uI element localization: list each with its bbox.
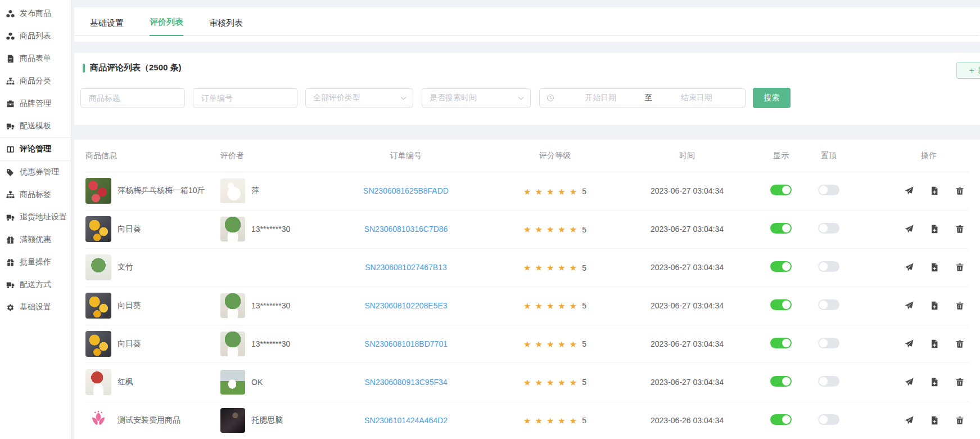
product-name: 向日葵 — [118, 224, 141, 234]
sidebar-item-14[interactable]: 基础设置 — [0, 296, 71, 319]
pin-toggle[interactable] — [818, 414, 839, 425]
file-add-icon[interactable] — [930, 225, 939, 234]
send-icon[interactable] — [905, 301, 914, 310]
sidebar-item-3[interactable]: 商品表单 — [0, 47, 71, 70]
sidebar-item-5[interactable]: 品牌管理 — [0, 92, 71, 115]
order-number-link[interactable]: SN2306081625B8FADD — [363, 186, 449, 195]
sidebar-item-10[interactable]: 退货地址设置 — [0, 206, 71, 229]
send-icon[interactable] — [905, 186, 914, 195]
rating-cell: ★★★★★5 — [496, 301, 614, 310]
rating-value: 5 — [582, 263, 586, 272]
rating-value: 5 — [582, 225, 586, 234]
pin-toggle[interactable] — [818, 376, 839, 387]
search-time-select[interactable]: 是否搜索时间 — [422, 88, 531, 107]
sidebar-item-13[interactable]: 配送方式 — [0, 274, 71, 296]
actions-cell — [856, 301, 969, 310]
review-type-select[interactable]: 全部评价类型 — [305, 88, 413, 107]
file-add-icon[interactable] — [930, 416, 939, 425]
sidebar-item-label: 配送方式 — [20, 280, 51, 290]
pin-cell — [802, 299, 856, 312]
sidebar-item-9[interactable]: 商品标签 — [0, 183, 71, 206]
send-icon[interactable] — [905, 339, 914, 348]
product-image — [85, 369, 111, 395]
sidebar-item-12[interactable]: 批量操作 — [0, 251, 71, 274]
sidebar-item-11[interactable]: 满额优惠 — [0, 229, 71, 251]
pin-toggle[interactable] — [818, 223, 839, 234]
trash-icon[interactable] — [955, 378, 964, 387]
cubes-icon — [6, 32, 15, 41]
tab-2[interactable]: 评价列表 — [150, 17, 183, 36]
sidebar-item-2[interactable]: 商品列表 — [0, 25, 71, 47]
reviews-table: 商品信息评价者订单编号评分等级时间显示置顶操作 萍杨梅乒乓杨梅一箱10斤萍SN2… — [74, 140, 980, 439]
file-add-icon[interactable] — [930, 339, 939, 348]
order-number-link[interactable]: SN23060810316C7D86 — [364, 225, 448, 234]
rating-stars: ★★★★★ — [523, 416, 577, 425]
order-number-link[interactable]: SN2306081027467B13 — [365, 263, 447, 272]
gift-icon — [6, 236, 15, 244]
trash-icon[interactable] — [955, 339, 964, 348]
show-cell — [760, 185, 802, 197]
pin-toggle[interactable] — [818, 299, 839, 310]
sidebar-item-1[interactable]: 发布商品 — [0, 2, 71, 25]
order-number-link[interactable]: SN2306101424A464D2 — [364, 416, 448, 425]
tab-1[interactable]: 基础设置 — [90, 18, 124, 36]
pin-toggle[interactable] — [818, 261, 839, 272]
show-toggle[interactable] — [770, 185, 792, 195]
pin-cell — [802, 414, 856, 427]
show-toggle[interactable] — [770, 299, 792, 310]
show-toggle[interactable] — [770, 414, 792, 425]
send-icon[interactable] — [905, 416, 914, 425]
file-add-icon[interactable] — [930, 186, 939, 195]
tab-3[interactable]: 审核列表 — [209, 18, 243, 36]
show-toggle[interactable] — [770, 338, 792, 348]
sidebar-item-4[interactable]: 商品分类 — [0, 70, 71, 92]
trash-icon[interactable] — [955, 416, 964, 425]
order-number-link[interactable]: SN2306081018BD7701 — [364, 339, 448, 348]
file-add-icon[interactable] — [930, 378, 939, 387]
trash-icon[interactable] — [955, 301, 964, 310]
sidebar: 发布商品商品列表商品表单商品分类品牌管理配送模板评论管理优惠券管理商品标签退货地… — [0, 0, 71, 439]
trash-icon[interactable] — [955, 186, 964, 195]
file-add-icon[interactable] — [930, 301, 939, 310]
start-date-placeholder[interactable]: 开始日期 — [559, 93, 643, 103]
review-time: 2023-06-27 03:04:34 — [651, 186, 724, 195]
pin-toggle[interactable] — [818, 185, 839, 195]
send-icon[interactable] — [905, 378, 914, 387]
show-cell — [760, 223, 802, 235]
reviewer-name: 13*******30 — [251, 301, 290, 310]
sidebar-item-7[interactable]: 评论管理 — [0, 137, 71, 161]
date-range-picker[interactable]: 开始日期 至 结束日期 — [539, 88, 746, 107]
product-name: 向日葵 — [118, 301, 141, 311]
show-toggle[interactable] — [770, 261, 792, 272]
sidebar-item-6[interactable]: 配送模板 — [0, 115, 71, 137]
file-add-icon[interactable] — [930, 263, 939, 272]
search-button[interactable]: 搜索 — [753, 88, 791, 108]
star-icon: ★ — [535, 416, 542, 425]
rating-value: 5 — [582, 302, 586, 311]
show-toggle[interactable] — [770, 223, 792, 234]
star-icon: ★ — [547, 378, 554, 387]
flower-logo-icon — [88, 410, 109, 431]
order-no-input[interactable] — [200, 93, 290, 103]
column-header: 显示 — [760, 151, 802, 161]
end-date-placeholder[interactable]: 结束日期 — [655, 93, 739, 103]
product-title-input[interactable] — [88, 93, 178, 103]
tags-icon — [6, 168, 15, 177]
reviewer-cell: 萍 — [220, 178, 316, 203]
send-icon[interactable] — [905, 263, 914, 272]
time-cell: 2023-06-26 03:04:34 — [614, 416, 760, 425]
product-name: 文竹 — [118, 262, 133, 272]
trash-icon[interactable] — [955, 263, 964, 272]
time-cell: 2023-06-27 03:04:34 — [614, 186, 760, 195]
table-body: 萍杨梅乒乓杨梅一箱10斤萍SN2306081625B8FADD★★★★★5202… — [85, 172, 969, 439]
add-new-button[interactable]: 新增 — [956, 62, 980, 79]
table-card: 商品信息评价者订单编号评分等级时间显示置顶操作 萍杨梅乒乓杨梅一箱10斤萍SN2… — [74, 140, 980, 439]
order-cell: SN2306101424A464D2 — [316, 416, 496, 425]
sidebar-item-8[interactable]: 优惠券管理 — [0, 161, 71, 183]
order-number-link[interactable]: SN2306080913C95F34 — [364, 378, 447, 387]
pin-toggle[interactable] — [818, 338, 839, 348]
send-icon[interactable] — [905, 225, 914, 234]
trash-icon[interactable] — [955, 225, 964, 234]
show-toggle[interactable] — [770, 376, 792, 387]
order-number-link[interactable]: SN230608102208E5E3 — [364, 301, 447, 310]
